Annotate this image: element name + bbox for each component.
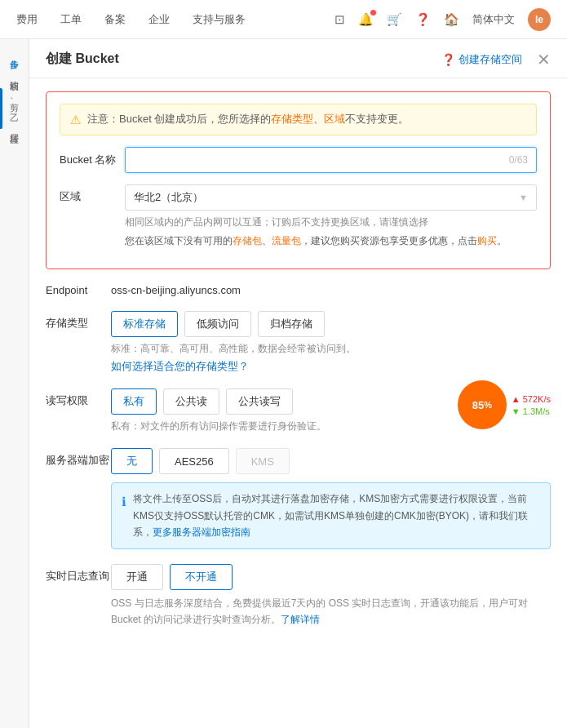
warning-icon: ⚠ [70, 113, 81, 127]
upload-speed: ▲572K/s [512, 394, 551, 404]
help-link[interactable]: ❓ 创建存储空间 [441, 52, 522, 67]
enc-info-link[interactable]: 更多服务器端加密指南 [153, 526, 250, 538]
log-row: 实时日志查询 开通 不开通 OSS 与日志服务深度结合，免费提供最近7天内的 O… [46, 564, 551, 628]
endpoint-row: Endpoint oss-cn-beijing.aliyuncs.com [46, 284, 551, 296]
encryption-label: 服务器端加密 [46, 448, 111, 468]
sidebar-item-backup[interactable]: 步备 [8, 52, 20, 54]
endpoint-value: oss-cn-beijing.aliyuncs.com [111, 284, 241, 296]
region-buy-notice: 您在该区域下没有可用的存储包、流量包，建议您购买资源包享受更多优惠，点击购买。 [125, 233, 537, 249]
rw-btn-public-rw[interactable]: 公共读写 [226, 388, 293, 415]
storage-btn-archive[interactable]: 归档存储 [258, 311, 325, 337]
nav-item-enterprise[interactable]: 企业 [148, 12, 170, 27]
download-speed: ▼1.3M/s [512, 406, 551, 416]
dialog-panel: 创建 Bucket ❓ 创建存储空间 ✕ ⚠ 注意：Bucket 创建成功后，您… [29, 39, 567, 728]
enc-info-text: 将文件上传至OSS后，自动对其进行落盘加密存储，KMS加密方式需要进行权限设置，… [133, 491, 540, 540]
info-circle-icon: ℹ [122, 491, 126, 513]
network-chart: 85% ▲572K/s ▼1.3M/s [458, 380, 551, 429]
lang-selector[interactable]: 简体中文 [472, 12, 515, 27]
encryption-control: 无 AES256 KMS ℹ 将文件上传至OSS后，自动对其进行落盘加密存储，K… [111, 448, 551, 548]
log-control: 开通 不开通 OSS 与日志服务深度结合，免费提供最近7天内的 OSS 实时日志… [111, 564, 551, 628]
top-nav: 费用 工单 备案 企业 支持与服务 ⊡ 🔔 🛒 ❓ 🏠 简体中文 Ie [0, 0, 567, 39]
storage-btn-lowfreq[interactable]: 低频访问 [184, 311, 251, 337]
rw-permissions-row: 读写权限 私有 公共读 公共读写 私有：对文件的所有访问操作需要进行身份验证。 [46, 388, 551, 433]
storage-type-link[interactable]: 如何选择适合您的存储类型？ [111, 359, 551, 374]
rw-btn-public-read[interactable]: 公共读 [163, 388, 219, 415]
camera-icon[interactable]: ⊡ [334, 12, 345, 27]
sidebar: 步备 访问权 剪、乙 层转压 [0, 39, 29, 728]
red-border-section: ⚠ 注意：Bucket 创建成功后，您所选择的存储类型、区域不支持变更。 Buc… [46, 91, 551, 269]
enc-btn-kms[interactable]: KMS [236, 448, 290, 474]
nav-item-fees[interactable]: 费用 [16, 12, 38, 27]
log-buttons: 开通 不开通 [111, 564, 551, 590]
nav-item-ticket[interactable]: 工单 [60, 12, 82, 27]
storage-type-label: 存储类型 [46, 311, 111, 331]
dialog-header: 创建 Bucket ❓ 创建存储空间 ✕ [29, 39, 567, 78]
sidebar-item-cut[interactable]: 剪、乙 [8, 95, 20, 107]
rw-permissions-label: 读写权限 [46, 388, 111, 408]
sidebar-item-access[interactable]: 访问权 [8, 73, 20, 76]
enc-btn-aes256[interactable]: AES256 [159, 448, 229, 474]
dialog-title: 创建 Bucket [46, 51, 441, 68]
bucket-name-row: Bucket 名称 0/63 [60, 147, 537, 173]
region-select-wrapper: 华北2（北京） ▼ 相同区域内的产品内网可以互通；订购后不支持更换区域，请谨慎选… [125, 184, 537, 249]
endpoint-label: Endpoint [46, 284, 111, 296]
storage-pack-link[interactable]: 存储包 [233, 235, 262, 246]
storage-type-row: 存储类型 标准存储 低频访问 归档存储 标准：高可靠、高可用、高性能，数据会经常… [46, 311, 551, 374]
encryption-info-box: ℹ 将文件上传至OSS后，自动对其进行落盘加密存储，KMS加密方式需要进行权限设… [111, 482, 551, 548]
enc-btn-none[interactable]: 无 [111, 448, 153, 474]
log-btn-disable[interactable]: 不开通 [170, 564, 233, 590]
sidebar-item-layer[interactable]: 层转压 [8, 127, 20, 129]
encryption-row: 服务器端加密 无 AES256 KMS ℹ 将文件上传至OSS后，自动对其进行落… [46, 448, 551, 548]
region-hint: 相同区域内的产品内网可以互通；订购后不支持更换区域，请谨慎选择 [125, 215, 537, 230]
notice-box: ⚠ 注意：Bucket 创建成功后，您所选择的存储类型、区域不支持变更。 [60, 104, 537, 135]
bucket-name-label: Bucket 名称 [60, 153, 125, 167]
close-icon[interactable]: ✕ [537, 51, 551, 68]
chevron-down-icon: ▼ [519, 193, 528, 202]
region-row: 区域 华北2（北京） ▼ 相同区域内的产品内网可以互通；订购后不支持更换区域，请… [60, 184, 537, 249]
region-value: 华北2（北京） [134, 190, 203, 205]
help-icon[interactable]: ❓ [415, 12, 431, 27]
cart-icon[interactable]: 🛒 [387, 12, 402, 27]
encryption-buttons: 无 AES256 KMS [111, 448, 551, 474]
bucket-name-input-wrapper: 0/63 [125, 147, 537, 173]
bucket-name-counter: 0/63 [509, 154, 528, 166]
dialog-body: ⚠ 注意：Bucket 创建成功后，您所选择的存储类型、区域不支持变更。 Buc… [29, 78, 567, 641]
log-btn-enable[interactable]: 开通 [111, 564, 163, 590]
storage-type-desc: 标准：高可靠、高可用、高性能，数据会经常被访问到。 [111, 342, 551, 356]
notification-icon[interactable]: 🔔 [358, 12, 374, 27]
log-label: 实时日志查询 [46, 564, 111, 584]
storage-btn-standard[interactable]: 标准存储 [111, 311, 178, 337]
region-select[interactable]: 华北2（北京） ▼ [125, 184, 537, 211]
storage-type-control: 标准存储 低频访问 归档存储 标准：高可靠、高可用、高性能，数据会经常被访问到。… [111, 311, 551, 374]
notice-text: 注意：Bucket 创建成功后，您所选择的存储类型、区域不支持变更。 [87, 112, 409, 127]
sidebar-indicator [0, 88, 2, 129]
region-label: 区域 [60, 184, 125, 204]
bucket-name-input[interactable] [134, 154, 509, 166]
question-circle-icon: ❓ [441, 53, 455, 66]
log-learn-link[interactable]: 了解详情 [281, 614, 320, 625]
chart-percent: 85 [472, 399, 484, 411]
nav-item-record[interactable]: 备案 [104, 12, 126, 27]
traffic-pack-link[interactable]: 流量包 [272, 235, 301, 246]
nav-item-support[interactable]: 支持与服务 [193, 12, 246, 27]
rw-btn-private[interactable]: 私有 [111, 388, 157, 415]
storage-type-buttons: 标准存储 低频访问 归档存储 [111, 311, 551, 337]
buy-link[interactable]: 购买 [477, 235, 497, 246]
home-icon[interactable]: 🏠 [444, 12, 459, 27]
log-desc: OSS 与日志服务深度结合，免费提供最近7天内的 OSS 实时日志查询，开通该功… [111, 595, 551, 628]
avatar[interactable]: Ie [528, 8, 551, 31]
